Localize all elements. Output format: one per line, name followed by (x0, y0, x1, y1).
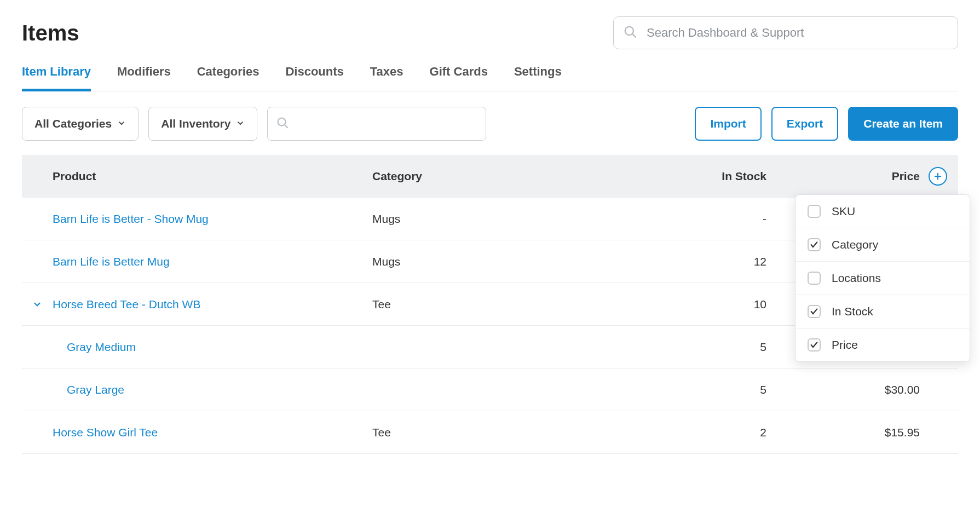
column-option-in-stock[interactable]: In Stock (795, 295, 970, 329)
create-item-button[interactable]: Create an Item (848, 107, 958, 141)
table-row: Gray Large5$30.00 (22, 368, 958, 411)
global-search-input[interactable] (613, 16, 958, 49)
category-cell: Mugs (372, 212, 580, 226)
filter-category-dropdown[interactable]: All Categories (22, 107, 139, 141)
checkbox-checked-icon (808, 238, 821, 251)
price-cell: $30.00 (788, 383, 920, 396)
filter-search-wrap (267, 107, 486, 141)
column-chooser-menu: SKUCategoryLocationsIn StockPrice (795, 194, 970, 362)
category-cell: Tee (372, 298, 580, 311)
filter-category-label: All Categories (34, 117, 112, 130)
page-title: Items (22, 21, 79, 45)
add-column-button[interactable] (929, 167, 947, 186)
column-option-label: In Stock (832, 305, 873, 318)
product-link[interactable]: Gray Large (53, 383, 372, 396)
expand-toggle[interactable] (22, 299, 53, 309)
global-search-wrap (613, 16, 958, 49)
stock-cell: - (580, 212, 788, 226)
column-option-sku[interactable]: SKU (795, 195, 970, 228)
chevron-down-icon (236, 117, 245, 130)
search-icon (623, 25, 637, 41)
search-icon (276, 116, 289, 131)
tabs-bar: Item LibraryModifiersCategoriesDiscounts… (22, 65, 958, 91)
items-table: Product Category In Stock Price Barn Lif… (22, 155, 958, 454)
col-header-price: Price (788, 170, 920, 183)
tab-categories[interactable]: Categories (197, 65, 260, 91)
page-header: Items (22, 16, 958, 49)
tab-settings[interactable]: Settings (514, 65, 562, 91)
filter-inventory-dropdown[interactable]: All Inventory (148, 107, 257, 141)
product-link[interactable]: Gray Medium (53, 341, 372, 354)
export-button[interactable]: Export (771, 107, 839, 141)
col-header-in-stock: In Stock (580, 170, 788, 183)
category-cell: Tee (372, 426, 580, 439)
tab-item-library[interactable]: Item Library (22, 65, 91, 91)
product-link[interactable]: Barn Life is Better Mug (53, 255, 372, 268)
filter-search-input[interactable] (267, 107, 486, 141)
filter-inventory-label: All Inventory (161, 117, 230, 130)
import-button[interactable]: Import (695, 107, 761, 141)
col-header-category: Category (372, 170, 580, 183)
column-option-price[interactable]: Price (795, 329, 970, 361)
column-option-category[interactable]: Category (795, 228, 970, 262)
column-option-locations[interactable]: Locations (795, 262, 970, 295)
table-row: Horse Show Girl TeeTee2$15.95 (22, 411, 958, 454)
tab-gift-cards[interactable]: Gift Cards (430, 65, 488, 91)
stock-cell: 12 (580, 255, 788, 268)
column-option-label: SKU (832, 205, 855, 218)
svg-line-1 (632, 34, 635, 37)
checkbox-unchecked-icon (808, 272, 821, 285)
column-option-label: Category (832, 238, 878, 251)
stock-cell: 2 (580, 426, 788, 439)
checkbox-checked-icon (808, 338, 821, 352)
column-option-label: Price (832, 338, 858, 352)
product-link[interactable]: Horse Breed Tee - Dutch WB (53, 298, 372, 311)
chevron-down-icon (117, 117, 126, 130)
col-header-product: Product (53, 170, 372, 183)
tab-modifiers[interactable]: Modifiers (117, 65, 171, 91)
tab-taxes[interactable]: Taxes (370, 65, 403, 91)
price-cell: $15.95 (788, 426, 920, 439)
stock-cell: 5 (580, 341, 788, 354)
column-option-label: Locations (832, 272, 881, 285)
table-header: Product Category In Stock Price (22, 155, 958, 198)
category-cell: Mugs (372, 255, 580, 268)
checkbox-checked-icon (808, 305, 821, 318)
stock-cell: 5 (580, 383, 788, 396)
toolbar: All Categories All Inventory Import Expo… (22, 107, 958, 141)
product-link[interactable]: Horse Show Girl Tee (53, 426, 372, 439)
product-link[interactable]: Barn Life is Better - Show Mug (53, 212, 372, 226)
stock-cell: 10 (580, 298, 788, 311)
svg-line-3 (285, 125, 287, 128)
tab-discounts[interactable]: Discounts (285, 65, 343, 91)
checkbox-unchecked-icon (808, 205, 821, 218)
